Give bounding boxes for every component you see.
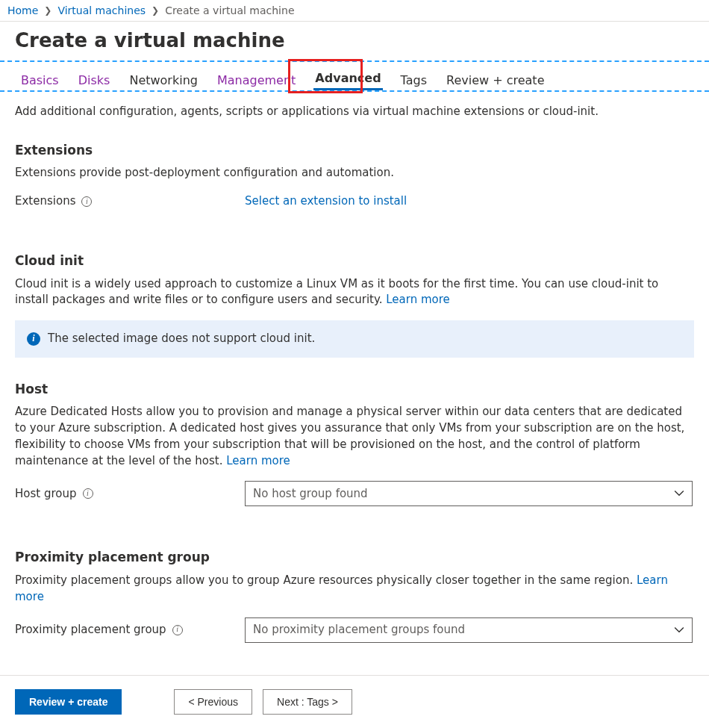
info-icon: i — [27, 332, 40, 346]
section-host-heading: Host — [15, 380, 694, 399]
ppg-value: No proximity placement groups found — [253, 622, 465, 638]
section-host-desc: Azure Dedicated Hosts allow you to provi… — [15, 404, 694, 469]
breadcrumb-home[interactable]: Home — [7, 4, 38, 16]
info-icon[interactable]: i — [172, 625, 183, 635]
previous-button[interactable]: < Previous — [174, 689, 252, 715]
section-ppg-desc: Proximity placement groups allow you to … — [15, 573, 694, 606]
intro-text: Add additional configuration, agents, sc… — [15, 104, 694, 120]
review-create-button[interactable]: Review + create — [15, 689, 122, 715]
host-learn-more-link[interactable]: Learn more — [226, 454, 290, 467]
info-icon[interactable]: i — [83, 488, 93, 499]
footer: Review + create < Previous Next : Tags > — [0, 675, 709, 728]
tabs-container: Basics Disks Networking Management Advan… — [0, 60, 709, 92]
ppg-label: Proximity placement group — [15, 622, 166, 638]
breadcrumb-vms[interactable]: Virtual machines — [57, 4, 146, 16]
section-cloudinit-heading: Cloud init — [15, 252, 694, 270]
tab-review[interactable]: Review + create — [445, 69, 546, 90]
info-icon[interactable]: i — [81, 196, 92, 207]
page-title: Create a virtual machine — [0, 22, 709, 60]
section-cloudinit-desc: Cloud init is a widely used approach to … — [15, 276, 694, 309]
cloudinit-callout: i The selected image does not support cl… — [15, 320, 694, 358]
breadcrumb-current: Create a virtual machine — [165, 4, 294, 16]
breadcrumb: Home ❯ Virtual machines ❯ Create a virtu… — [0, 0, 709, 22]
extensions-label: Extensions — [15, 193, 75, 210]
chevron-down-icon — [674, 488, 684, 499]
tab-advanced[interactable]: Advanced — [313, 66, 382, 90]
chevron-right-icon: ❯ — [44, 5, 51, 16]
chevron-right-icon: ❯ — [152, 5, 159, 16]
section-extensions-desc: Extensions provide post-deployment confi… — [15, 165, 694, 181]
tab-tags[interactable]: Tags — [399, 69, 428, 90]
host-group-label: Host group — [15, 486, 77, 503]
tab-networking[interactable]: Networking — [128, 69, 199, 90]
tab-disks[interactable]: Disks — [77, 69, 112, 90]
tab-management[interactable]: Management — [216, 69, 297, 90]
host-group-value: No host group found — [253, 486, 368, 503]
callout-text: The selected image does not support clou… — [48, 331, 315, 347]
section-ppg-heading: Proximity placement group — [15, 548, 694, 567]
ppg-select[interactable]: No proximity placement groups found — [245, 617, 693, 643]
select-extension-link[interactable]: Select an extension to install — [245, 193, 407, 210]
next-button[interactable]: Next : Tags > — [263, 689, 352, 715]
host-group-select[interactable]: No host group found — [245, 481, 693, 506]
section-extensions-heading: Extensions — [15, 141, 694, 160]
tab-basics[interactable]: Basics — [19, 69, 60, 90]
cloudinit-learn-more-link[interactable]: Learn more — [386, 293, 450, 306]
chevron-down-icon — [674, 625, 684, 635]
